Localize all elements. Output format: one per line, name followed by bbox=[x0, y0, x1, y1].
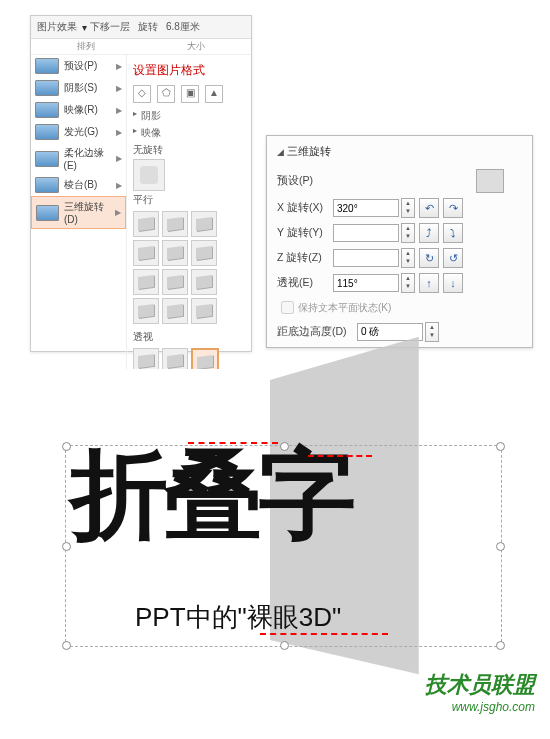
x-rotation-label: X 旋转(X) bbox=[277, 201, 333, 215]
y-spinner[interactable]: ▲▼ bbox=[401, 223, 415, 243]
menu-3d-rotation[interactable]: 三维旋转(D)▶ bbox=[31, 196, 126, 229]
arrange-group-label: 排列 bbox=[77, 40, 95, 53]
keep-text-flat-checkbox bbox=[281, 301, 294, 314]
preset-thumb[interactable] bbox=[133, 211, 159, 237]
ribbon-toolbar: 图片效果 ▾ 下移一层 旋转 6.8厘米 bbox=[31, 16, 251, 39]
perspective-spinner[interactable]: ▲▼ bbox=[401, 273, 415, 293]
height-label: 6.8厘米 bbox=[163, 19, 203, 35]
menu-soft-edges[interactable]: 柔化边缘(E)▶ bbox=[31, 143, 126, 174]
perspective-input[interactable] bbox=[333, 274, 399, 292]
section-shadow[interactable]: 阴影 bbox=[133, 109, 245, 123]
perspective-presets bbox=[133, 348, 245, 369]
fill-tab-icon[interactable]: ◇ bbox=[133, 85, 151, 103]
effects-menu: 预设(P)▶ 阴影(S)▶ 映像(R)▶ 发光(G)▶ 柔化边缘(E)▶ 棱台(… bbox=[31, 55, 127, 369]
3d-rotation-properties: 三维旋转 预设(P) X 旋转(X) ▲▼ ↶ ↷ Y 旋转(Y) ▲▼ ⤴ ⤵… bbox=[266, 135, 533, 348]
preset-thumb[interactable] bbox=[191, 240, 217, 266]
watermark: 技术员联盟 www.jsgho.com bbox=[425, 670, 535, 714]
parallel-label: 平行 bbox=[133, 193, 245, 207]
resize-handle[interactable] bbox=[62, 641, 71, 650]
menu-reflection[interactable]: 映像(R)▶ bbox=[31, 99, 126, 121]
rotate-cw-icon[interactable]: ↻ bbox=[419, 248, 439, 268]
z-spinner[interactable]: ▲▼ bbox=[401, 248, 415, 268]
size-group-label: 大小 bbox=[187, 40, 205, 53]
z-rotation-label: Z 旋转(Z) bbox=[277, 251, 333, 265]
format-tabs[interactable]: ◇ ⬠ ▣ ▲ bbox=[133, 85, 245, 103]
rotate-ccw-icon[interactable]: ↺ bbox=[443, 248, 463, 268]
rotate-button[interactable]: 旋转 bbox=[135, 19, 161, 35]
y-rotation-input[interactable] bbox=[333, 224, 399, 242]
preset-thumb[interactable] bbox=[162, 240, 188, 266]
annotation-line bbox=[260, 633, 388, 635]
preset-thumb[interactable] bbox=[191, 269, 217, 295]
preset-thumb[interactable] bbox=[162, 348, 188, 369]
resize-handle[interactable] bbox=[496, 641, 505, 650]
parallel-presets bbox=[133, 211, 245, 324]
format-picture-pane: 设置图片格式 ◇ ⬠ ▣ ▲ 阴影 映像 无旋转 平行 bbox=[127, 55, 251, 369]
preset-none[interactable] bbox=[133, 159, 165, 191]
resize-handle[interactable] bbox=[496, 442, 505, 451]
rotate-right-icon[interactable]: ↷ bbox=[443, 198, 463, 218]
distance-spinner[interactable]: ▲▼ bbox=[425, 322, 439, 342]
x-spinner[interactable]: ▲▼ bbox=[401, 198, 415, 218]
preset-thumb[interactable] bbox=[191, 211, 217, 237]
resize-handle[interactable] bbox=[496, 542, 505, 551]
watermark-url: www.jsgho.com bbox=[425, 700, 535, 714]
resize-handle[interactable] bbox=[280, 641, 289, 650]
picture-effects-panel: 图片效果 ▾ 下移一层 旋转 6.8厘米 排列 大小 预设(P)▶ 阴影(S)▶… bbox=[30, 15, 252, 352]
menu-preset[interactable]: 预设(P)▶ bbox=[31, 55, 126, 77]
subtitle-text[interactable]: PPT中的"裸眼3D" bbox=[135, 600, 341, 635]
preset-thumb[interactable] bbox=[162, 269, 188, 295]
preset-thumb-selected[interactable] bbox=[191, 348, 219, 369]
distance-label: 距底边高度(D) bbox=[277, 325, 357, 339]
keep-text-flat-label: 保持文本平面状态(K) bbox=[298, 301, 391, 315]
preset-thumb[interactable] bbox=[191, 298, 217, 324]
perspective-label: 透视 bbox=[133, 330, 245, 344]
main-text[interactable]: 折叠字 bbox=[70, 445, 352, 543]
slide-canvas: 折叠字 PPT中的"裸眼3D" bbox=[50, 370, 500, 680]
size-tab-icon[interactable]: ▣ bbox=[181, 85, 199, 103]
preset-thumb[interactable] bbox=[133, 348, 159, 369]
section-reflection[interactable]: 映像 bbox=[133, 126, 245, 140]
rotate-up-icon[interactable]: ⤴ bbox=[419, 223, 439, 243]
format-picture-title: 设置图片格式 bbox=[133, 62, 245, 79]
annotation-line bbox=[308, 455, 372, 457]
z-rotation-input[interactable] bbox=[333, 249, 399, 267]
preset-thumb[interactable] bbox=[133, 269, 159, 295]
preset-thumb[interactable] bbox=[133, 240, 159, 266]
preset-thumb[interactable] bbox=[162, 211, 188, 237]
annotation-line bbox=[188, 442, 278, 444]
3d-rotation-title: 三维旋转 bbox=[277, 144, 522, 159]
picture-effects-button[interactable]: 图片效果 bbox=[34, 19, 80, 35]
preset-dropdown[interactable] bbox=[476, 169, 504, 193]
rotate-down-icon[interactable]: ⤵ bbox=[443, 223, 463, 243]
picture-tab-icon[interactable]: ▲ bbox=[205, 85, 223, 103]
menu-bevel[interactable]: 棱台(B)▶ bbox=[31, 174, 126, 196]
menu-glow[interactable]: 发光(G)▶ bbox=[31, 121, 126, 143]
y-rotation-label: Y 旋转(Y) bbox=[277, 226, 333, 240]
send-backward-button[interactable]: 下移一层 bbox=[87, 19, 133, 35]
no-rotation-label: 无旋转 bbox=[133, 143, 245, 157]
x-rotation-input[interactable] bbox=[333, 199, 399, 217]
menu-shadow[interactable]: 阴影(S)▶ bbox=[31, 77, 126, 99]
perspective-narrow-icon[interactable]: ↑ bbox=[419, 273, 439, 293]
preset-label: 预设(P) bbox=[277, 174, 333, 188]
watermark-title: 技术员联盟 bbox=[425, 670, 535, 700]
preset-thumb[interactable] bbox=[162, 298, 188, 324]
effects-tab-icon[interactable]: ⬠ bbox=[157, 85, 175, 103]
preset-thumb[interactable] bbox=[133, 298, 159, 324]
rotate-left-icon[interactable]: ↶ bbox=[419, 198, 439, 218]
perspective-prop-label: 透视(E) bbox=[277, 276, 333, 290]
perspective-wide-icon[interactable]: ↓ bbox=[443, 273, 463, 293]
